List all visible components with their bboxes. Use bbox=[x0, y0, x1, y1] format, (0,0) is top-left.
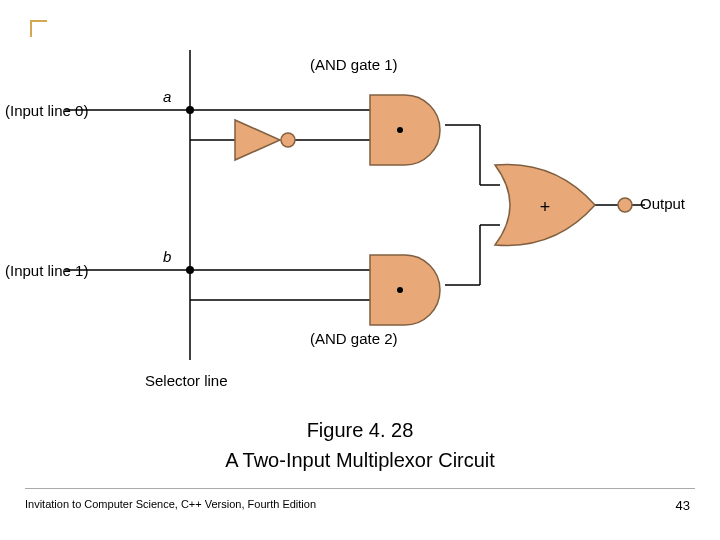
svg-marker-15 bbox=[235, 120, 280, 160]
circuit-diagram: + (Input line 0) (Input line 1) a b (AND… bbox=[50, 50, 670, 410]
page-number: 43 bbox=[676, 498, 690, 513]
svg-point-13 bbox=[186, 106, 194, 114]
footer-divider bbox=[25, 488, 695, 489]
selector-line-label: Selector line bbox=[145, 372, 228, 389]
signal-b-label: b bbox=[163, 248, 171, 265]
output-label: Output bbox=[640, 195, 685, 212]
and-gate-1-icon bbox=[370, 95, 440, 165]
svg-point-18 bbox=[397, 287, 403, 293]
input-line-1-label: (Input line 1) bbox=[5, 262, 88, 279]
svg-point-14 bbox=[186, 266, 194, 274]
or-gate-icon: + bbox=[495, 165, 595, 246]
corner-decoration bbox=[30, 20, 47, 37]
signal-a-label: a bbox=[163, 88, 171, 105]
svg-point-17 bbox=[397, 127, 403, 133]
footer-text: Invitation to Computer Science, C++ Vers… bbox=[25, 498, 316, 510]
figure-number: Figure 4. 28 bbox=[0, 415, 720, 445]
figure-caption: Figure 4. 28 A Two-Input Multiplexor Cir… bbox=[0, 415, 720, 475]
figure-title: A Two-Input Multiplexor Circuit bbox=[0, 445, 720, 475]
and-gate-2-icon bbox=[370, 255, 440, 325]
input-line-0-label: (Input line 0) bbox=[5, 102, 88, 119]
output-node-icon bbox=[618, 198, 632, 212]
and-gate-1-label: (AND gate 1) bbox=[310, 56, 398, 73]
svg-text:+: + bbox=[540, 197, 551, 217]
svg-point-16 bbox=[281, 133, 295, 147]
not-gate-icon bbox=[235, 120, 295, 160]
and-gate-2-label: (AND gate 2) bbox=[310, 330, 398, 347]
